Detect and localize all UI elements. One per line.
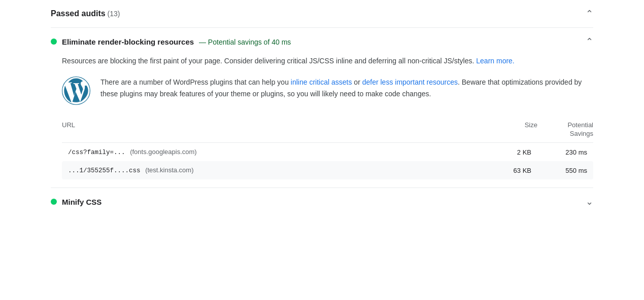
passed-audits-collapse-icon[interactable]: ⌃ — [586, 8, 593, 19]
wordpress-logo — [62, 77, 90, 105]
row-savings: 230 ms — [531, 148, 587, 156]
wordpress-info-block: There are a number of WordPress plugins … — [62, 77, 593, 105]
table-row: ...1/355255f....css (test.kinsta.com) 63… — [62, 161, 593, 179]
url-text: /css?family=... — [68, 149, 125, 156]
minify-audit-expand-icon[interactable]: ⌄ — [586, 196, 593, 207]
defer-resources-link[interactable]: defer less important resources — [362, 78, 458, 86]
audit-savings-label: — Potential savings of 40 ms — [199, 38, 291, 46]
audit-description-text: Resources are blocking the first paint o… — [62, 57, 474, 65]
wordpress-text: There are a number of WordPress plugins … — [100, 77, 593, 99]
passed-audits-title: Passed audits (13) — [51, 9, 120, 18]
audit-description: Resources are blocking the first paint o… — [62, 55, 593, 66]
minify-audit-title: Minify CSS — [62, 198, 101, 206]
audit-title: Eliminate render-blocking resources — [62, 38, 194, 46]
learn-more-link[interactable]: Learn more. — [476, 57, 514, 65]
wp-text-2: or — [352, 78, 362, 86]
row-size: 63 KB — [491, 167, 531, 174]
eliminate-audit-body: Resources are blocking the first paint o… — [62, 55, 593, 179]
col-savings-header: PotentialSavings — [537, 121, 593, 138]
col-url-header: URL — [62, 121, 497, 138]
table-header: URL Size PotentialSavings — [62, 117, 593, 143]
col-size-header: Size — [497, 121, 537, 138]
row-size: 2 KB — [491, 148, 531, 156]
eliminate-audit-header[interactable]: Eliminate render-blocking resources — Po… — [51, 36, 593, 47]
wp-text-1: There are a number of WordPress plugins … — [100, 78, 291, 86]
inline-critical-assets-link[interactable]: inline critical assets — [291, 78, 352, 86]
eliminate-render-blocking-audit: Eliminate render-blocking resources — Po… — [51, 28, 593, 188]
passed-audits-label: Passed audits — [51, 9, 106, 18]
resources-table: URL Size PotentialSavings /css?family=..… — [62, 117, 593, 179]
minify-status-dot — [51, 199, 57, 205]
passed-audits-count: (13) — [108, 10, 120, 18]
row-savings: 550 ms — [531, 167, 587, 174]
passed-audits-section: Passed audits (13) ⌃ — [51, 0, 593, 28]
url-text: ...1/355255f....css — [68, 167, 141, 174]
minify-audit-header[interactable]: Minify CSS ⌄ — [51, 196, 593, 207]
url-origin: (fonts.googleapis.com) — [130, 148, 197, 156]
eliminate-audit-collapse-icon[interactable]: ⌃ — [586, 36, 593, 47]
url-origin: (test.kinsta.com) — [145, 166, 193, 174]
minify-css-audit: Minify CSS ⌄ — [51, 188, 593, 215]
table-row: /css?family=... (fonts.googleapis.com) 2… — [62, 143, 593, 161]
audit-status-dot — [51, 39, 57, 45]
